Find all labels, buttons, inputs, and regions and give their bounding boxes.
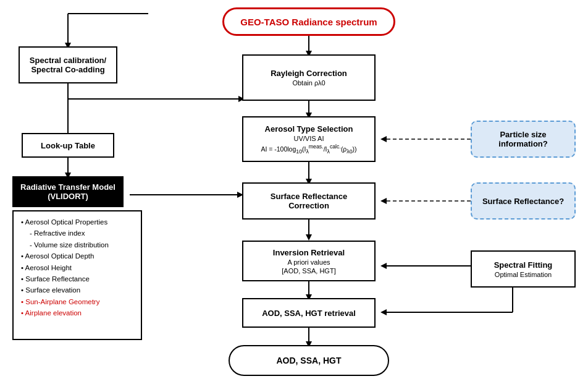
inversion-line2: [AOD, SSA, HGT]: [282, 267, 335, 275]
spectral-calib-line2: Spectral Co-adding: [31, 65, 104, 74]
rtm-list-item: Surface elevation: [21, 284, 135, 296]
inversion-box: Inversion Retrieval A priori values [AOD…: [242, 241, 376, 281]
svg-marker-29: [380, 309, 387, 315]
spectral-fitting-title: Spectral Fitting: [494, 260, 553, 270]
aerosol-type-box: Aerosol Type Selection UV/VIS AI AI = -1…: [242, 116, 376, 162]
aerosol-type-title: Aerosol Type Selection: [265, 124, 353, 134]
svg-marker-12: [306, 234, 312, 241]
aod-retrieval-label: AOD, SSA, HGT retrieval: [262, 309, 356, 318]
svg-marker-26: [380, 263, 387, 269]
inversion-title: Inversion Retrieval: [273, 248, 345, 257]
rayleigh-box: Rayleigh Correction Obtain ρλ0: [242, 54, 376, 101]
rtm-list: Aerosol Optical Properties Refractive in…: [20, 216, 135, 319]
rtm-list-item: Airplane elevation: [21, 307, 135, 318]
surface-reflectance-q-label: Surface Reflectance?: [482, 197, 564, 206]
aod-retrieval-box: AOD, SSA, HGT retrieval: [242, 298, 376, 328]
surface-reflectance-q-box: Surface Reflectance?: [471, 182, 576, 220]
svg-marker-24: [380, 198, 387, 204]
aerosol-type-line2: AI = -100log10(Iλmeas./Iλcalc.(ρλ0)): [261, 143, 356, 155]
aerosol-type-line1: UV/VIS AI: [294, 135, 324, 142]
rayleigh-title: Rayleigh Correction: [271, 69, 347, 78]
svg-marker-22: [380, 136, 387, 142]
rtm-list-item: Volume size distribution: [21, 239, 135, 250]
lookup-table-box: Look-up Table: [22, 133, 114, 158]
lookup-table-label: Look-up Table: [41, 141, 95, 150]
rtm-label-2: (VLIDORT): [48, 192, 88, 201]
rtm-list-item: Aerosol Height: [21, 262, 135, 273]
aod-final-label: AOD, SSA, HGT: [276, 356, 341, 365]
surface-refl-box: Surface Reflectance Correction: [242, 182, 376, 220]
spectral-calib-line1: Spectral calibration/: [30, 56, 106, 65]
rtm-list-item: Aerosol Optical Properties: [21, 216, 135, 228]
diagram: GEO-TASO Radiance spectrum Spectral cali…: [0, 0, 588, 384]
rtm-list-item: Surface Reflectance: [21, 273, 135, 284]
particle-size-box: Particle size information?: [471, 121, 576, 158]
rayleigh-subtitle: Obtain ρλ0: [292, 79, 325, 87]
spectral-fitting-box: Spectral Fitting Optimal Estimation: [471, 250, 576, 288]
rtm-list-item: Sun-Airplane Geometry: [21, 296, 135, 307]
geo-taso-box: GEO-TASO Radiance spectrum: [222, 7, 395, 36]
particle-size-label: Particle size information?: [477, 130, 569, 148]
surface-refl-title2: Correction: [288, 201, 329, 210]
spectral-calib-box: Spectral calibration/ Spectral Co-adding: [19, 46, 117, 83]
surface-refl-title: Surface Reflectance: [271, 192, 347, 201]
aod-final-ellipse: AOD, SSA, HGT: [229, 345, 389, 376]
rtm-label-1: Radiative Transfer Model: [20, 182, 116, 192]
rtm-list-item: Refractive index: [21, 228, 135, 239]
rtm-list-box: Aerosol Optical Properties Refractive in…: [12, 210, 142, 340]
inversion-line1: A priori values: [287, 258, 330, 266]
rtm-list-item: Aerosol Optical Depth: [21, 250, 135, 262]
geo-taso-label: GEO-TASO Radiance spectrum: [240, 17, 377, 27]
spectral-fitting-subtitle: Optimal Estimation: [495, 271, 552, 278]
rtm-box: Radiative Transfer Model (VLIDORT): [12, 176, 124, 207]
